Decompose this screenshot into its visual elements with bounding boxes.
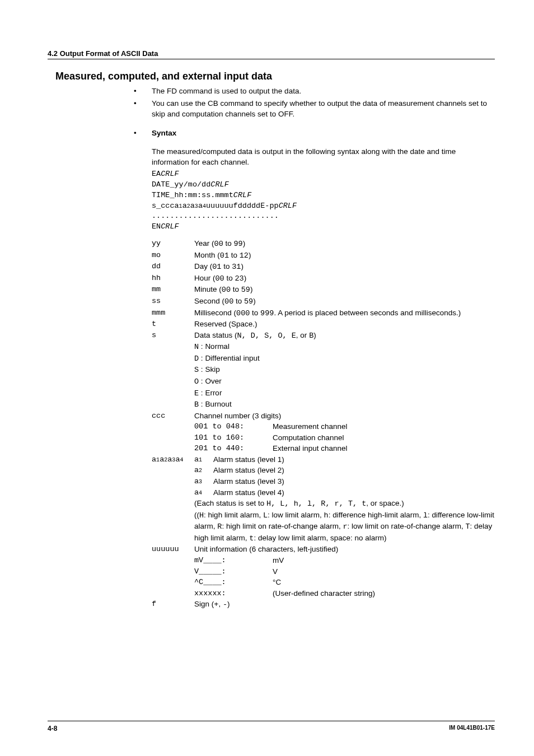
code: a [182, 202, 187, 210]
bullet-item: You can use the CB command to specify wh… [152, 98, 495, 120]
syntax-intro: The measured/computed data is output in … [152, 146, 495, 168]
def-sym: s [152, 330, 194, 341]
code: a [198, 202, 203, 210]
page: 4.2 Output Format of ASCII Data Measured… [0, 0, 534, 756]
def-desc: Month (01 to 12) [194, 250, 495, 262]
def-sym: f [152, 599, 194, 610]
def-desc: Unit information (6 characters, left-jus… [194, 544, 495, 599]
code: CRLF [161, 222, 179, 231]
doc-id: IM 04L41B01-17E [449, 725, 495, 732]
code: DATE_yy/mo/dd [152, 180, 210, 189]
def-desc: Second (00 to 59) [194, 296, 495, 307]
def-row: a1a2a3a4 a1Alarm status (level 1) a2Alar… [152, 454, 495, 544]
code: CRLF [210, 180, 228, 189]
def-sym: ccc [152, 410, 194, 422]
def-sym: mm [152, 284, 194, 295]
code: CRLF [233, 191, 251, 199]
def-row: moMonth (01 to 12) [152, 250, 495, 262]
def-row: mmMinute (00 to 59) [152, 284, 495, 296]
code: ............................ [152, 211, 495, 222]
code: TIME_hh:mm:ss.mmmt [152, 191, 233, 199]
code: EN [152, 222, 161, 231]
def-sym: hh [152, 273, 194, 284]
def-row: uuuuuu Unit information (6 characters, l… [152, 544, 495, 599]
def-row: hhHour (00 to 23) [152, 273, 495, 284]
def-desc: Hour (00 to 23) [194, 273, 495, 284]
def-desc: Day (01 to 31) [194, 261, 495, 273]
def-sym: yy [152, 238, 194, 249]
code: a [190, 202, 195, 210]
def-sym: mmm [152, 307, 194, 319]
def-desc: a1Alarm status (level 1) a2Alarm status … [194, 454, 495, 544]
def-row: ssSecond (00 to 59) [152, 296, 495, 307]
definitions: yyYear (00 to 99) moMonth (01 to 12) ddD… [152, 238, 495, 610]
def-desc: Data status (N, D, S, O, E, or B) N : No… [194, 330, 495, 410]
footer: 4-8 IM 04L41B01-17E [48, 721, 495, 732]
def-row: yyYear (00 to 99) [152, 238, 495, 250]
code: s_ccca [152, 202, 179, 210]
def-sym: a1a2a3a4 [152, 454, 194, 465]
def-row: tReserved (Space.) [152, 319, 495, 330]
def-desc: Millisecond (000 to 999. A period is pla… [194, 307, 495, 319]
def-desc: Sign (+, -) [194, 599, 495, 610]
page-title: Measured, computed, and external input d… [55, 71, 495, 82]
def-row: ddDay (01 to 31) [152, 261, 495, 273]
def-sym: t [152, 319, 194, 330]
def-row: mmmMillisecond (000 to 999. A period is … [152, 307, 495, 319]
content-body: The FD command is used to output the dat… [143, 86, 495, 610]
def-row: fSign (+, -) [152, 599, 495, 610]
bullet-item: The FD command is used to output the dat… [152, 86, 495, 97]
def-desc: Channel number (3 digits) 001 to 048:Mea… [194, 410, 495, 454]
syntax-heading-line: Syntax [152, 128, 495, 139]
def-sym: ss [152, 296, 194, 307]
def-desc: Year (00 to 99) [194, 238, 495, 250]
syntax-heading: Syntax [152, 129, 176, 137]
code: CRLF [279, 202, 297, 210]
intro-bullets: The FD command is used to output the dat… [143, 86, 495, 120]
code: CRLF [161, 170, 179, 178]
page-number: 4-8 [48, 725, 57, 732]
def-sym: mo [152, 250, 194, 261]
def-desc: Reserved (Space.) [194, 319, 495, 330]
def-sym: uuuuuu [152, 544, 194, 555]
def-sym: dd [152, 261, 194, 272]
syntax-codeblock: EACRLF DATE_yy/mo/ddCRLF TIME_hh:mm:ss.m… [152, 169, 495, 232]
code: EA [152, 170, 161, 178]
def-desc: Minute (00 to 59) [194, 284, 495, 296]
def-row: ccc Channel number (3 digits) 001 to 048… [152, 410, 495, 454]
code: uuuuuufdddddE-pp [206, 202, 279, 210]
section-header: 4.2 Output Format of ASCII Data [48, 49, 495, 59]
def-row: s Data status (N, D, S, O, E, or B) N : … [152, 330, 495, 410]
